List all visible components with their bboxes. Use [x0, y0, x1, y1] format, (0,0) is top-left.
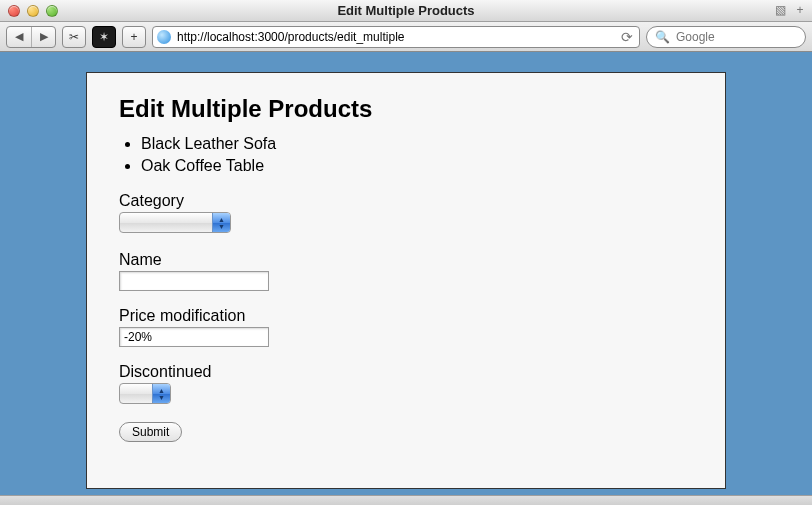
zoom-window-button[interactable]	[46, 5, 58, 17]
toolbar-toggle-button[interactable]: ▧	[772, 2, 788, 18]
chevron-updown-icon: ▲▼	[152, 384, 170, 403]
window-footer	[0, 495, 812, 505]
list-item: Oak Coffee Table	[141, 155, 693, 177]
submit-button[interactable]: Submit	[119, 422, 182, 442]
url-input[interactable]	[175, 29, 615, 45]
name-label: Name	[119, 251, 693, 269]
evernote-icon[interactable]: ✶	[92, 26, 116, 48]
address-bar[interactable]: ⟳	[152, 26, 640, 48]
price-modification-input[interactable]	[119, 327, 269, 347]
minimize-window-button[interactable]	[27, 5, 39, 17]
browser-viewport: Edit Multiple Products Black Leather Sof…	[0, 52, 812, 495]
add-bookmark-button[interactable]: +	[122, 26, 146, 48]
close-window-button[interactable]	[8, 5, 20, 17]
page-content: Edit Multiple Products Black Leather Sof…	[86, 72, 726, 489]
category-select[interactable]: ▲▼	[119, 212, 231, 233]
scissors-icon[interactable]: ✂	[62, 26, 86, 48]
window-titlebar: Edit Multiple Products ▧ +	[0, 0, 812, 22]
list-item: Black Leather Sofa	[141, 133, 693, 155]
window-title: Edit Multiple Products	[0, 3, 812, 18]
search-field[interactable]: 🔍	[646, 26, 806, 48]
name-input[interactable]	[119, 271, 269, 291]
discontinued-label: Discontinued	[119, 363, 693, 381]
page-heading: Edit Multiple Products	[119, 95, 693, 123]
traffic-lights	[0, 5, 58, 17]
forward-button[interactable]: ▶	[31, 27, 55, 47]
product-list: Black Leather Sofa Oak Coffee Table	[141, 133, 693, 176]
discontinued-select[interactable]: ▲▼	[119, 383, 171, 404]
discontinued-select-value	[120, 384, 152, 403]
browser-toolbar: ◀ ▶ ✂ ✶ + ⟳ 🔍	[0, 22, 812, 52]
site-favicon-icon	[157, 30, 171, 44]
category-select-value	[120, 213, 212, 232]
new-tab-button[interactable]: +	[792, 2, 808, 18]
price-modification-label: Price modification	[119, 307, 693, 325]
category-label: Category	[119, 192, 693, 210]
reload-button[interactable]: ⟳	[619, 29, 635, 45]
chevron-updown-icon: ▲▼	[212, 213, 230, 232]
search-icon: 🔍	[655, 30, 670, 44]
back-button[interactable]: ◀	[7, 27, 31, 47]
nav-buttons: ◀ ▶	[6, 26, 56, 48]
search-input[interactable]	[674, 29, 812, 45]
